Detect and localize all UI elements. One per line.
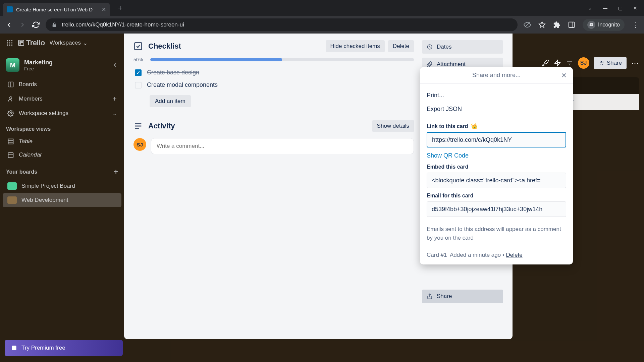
reload-icon[interactable] [32,21,40,28]
divider [427,118,566,118]
comment-input[interactable] [151,138,414,154]
back-icon[interactable] [5,21,13,28]
star-icon[interactable] [538,21,546,28]
svg-point-4 [590,24,591,26]
card-link-input[interactable] [427,132,566,147]
trello-logo-icon [18,40,24,46]
browser-titlebar: Create Home screen UI on Web D ✕ + ⌄ — ▢… [0,0,644,16]
svg-point-18 [10,113,12,114]
sidebar-item-boards[interactable]: Boards [0,78,124,91]
incognito-indicator[interactable]: Incognito [583,19,625,31]
user-avatar: SJ [133,138,146,151]
checklist-item[interactable]: Create modal components [133,79,414,91]
show-qr-link[interactable]: Show QR Code [427,152,469,159]
app-area: Trello Workspaces ⌄ M Marketing Free Boa… [0,34,644,362]
svg-point-9 [7,42,8,44]
try-premium-button[interactable]: Try Premium free [5,340,123,356]
add-member-icon[interactable]: + [112,95,117,103]
premium-icon [11,345,17,351]
sidebar-item-settings[interactable]: Workspace settings ⌄ [0,107,124,120]
incognito-eye-icon[interactable] [524,21,531,28]
boards-icon [7,81,14,88]
board-menu-icon[interactable]: ⋯ [631,59,639,67]
browser-toolbar: trello.com/c/kQq0k1NY/1-create-home-scre… [0,16,644,34]
filter-icon[interactable] [566,59,573,67]
toolbar-right: Incognito ⋮ [524,19,639,31]
incognito-label: Incognito [598,22,620,28]
email-label: Email for this card [427,193,566,199]
sidebar-board-simple[interactable]: Simple Project Board [0,179,124,193]
sidebar-board-webdev[interactable]: Web Development [3,193,121,207]
hide-checked-button[interactable]: Hide checked items [326,40,385,52]
menu-icon[interactable]: ⋮ [632,21,639,29]
progress-percent: 50% [133,57,146,62]
close-window-icon[interactable]: ✕ [633,5,637,11]
workspace-avatar: M [6,58,19,72]
address-bar[interactable]: trello.com/c/kQq0k1NY/1-create-home-scre… [46,18,518,31]
svg-point-11 [11,42,13,44]
checkbox-unchecked[interactable] [135,82,142,88]
sidepanel-icon[interactable] [568,21,575,28]
embed-label: Embed this card [427,164,566,170]
sidebar-item-members[interactable]: Members + [0,91,124,107]
delete-card-link[interactable]: Delete [506,252,523,258]
tab-dropdown-icon[interactable]: ⌄ [588,5,592,11]
close-icon[interactable]: ✕ [561,71,567,79]
maximize-icon[interactable]: ▢ [618,5,623,11]
url-text: trello.com/c/kQq0k1NY/1-create-home-scre… [62,21,184,28]
popover-title: Share and more... [472,72,521,79]
bolt-icon[interactable] [554,59,561,67]
close-tab-icon[interactable]: ✕ [102,6,106,13]
workspaces-dropdown[interactable]: Workspaces ⌄ [50,40,88,47]
svg-point-13 [9,45,10,46]
popover-footer: Card #1 Added a minute ago • Delete [427,252,566,258]
incognito-avatar-icon [587,21,595,29]
svg-rect-2 [569,22,575,28]
add-board-icon[interactable]: + [114,168,118,176]
extensions-icon[interactable] [553,21,560,28]
card-main: Checklist Hide checked items Delete 50% … [133,40,414,307]
board-share-button[interactable]: Share [594,57,627,69]
browser-tab[interactable]: Create Home screen UI on Web D ✕ [3,3,110,16]
workspace-name: Marketing [24,59,53,66]
svg-point-10 [9,42,10,44]
svg-point-6 [7,40,8,42]
svg-point-5 [591,24,593,26]
boards-heading: Your boards + [0,162,124,179]
user-avatar[interactable]: SJ [578,57,589,69]
svg-rect-24 [12,346,16,350]
rocket-icon[interactable] [542,59,549,67]
workspace-header[interactable]: M Marketing Free [0,56,124,74]
dates-button[interactable]: Dates [422,40,503,54]
collapse-sidebar-icon[interactable] [112,62,118,68]
show-details-button[interactable]: Show details [372,120,414,132]
svg-rect-22 [8,153,13,158]
svg-rect-19 [8,139,13,144]
checklist-icon [133,42,143,51]
board-color-icon [7,182,17,190]
workspace-plan: Free [24,66,53,71]
delete-checklist-button[interactable]: Delete [388,40,414,52]
trello-logo[interactable]: Trello [18,39,45,47]
new-tab-button[interactable]: + [118,4,122,12]
card-share-button[interactable]: Share [422,290,503,303]
minimize-icon[interactable]: — [603,5,607,11]
sidebar-view-table[interactable]: Table [0,135,124,148]
activity-title: Activity [148,122,175,130]
svg-point-7 [9,40,10,42]
sidebar-view-calendar[interactable]: Calendar [0,148,124,162]
chevron-down-icon: ⌄ [83,40,88,47]
app-switcher-icon[interactable] [6,39,13,47]
email-input[interactable] [427,201,566,217]
add-checklist-item-button[interactable]: Add an item [150,95,191,107]
print-option[interactable]: Print... [427,88,566,102]
export-json-option[interactable]: Export JSON [427,102,566,116]
tab-title: Create Home screen UI on Web D [16,7,98,12]
checklist-item[interactable]: Create base design [133,66,414,79]
share-icon [599,60,604,66]
divider [427,247,566,247]
checkbox-checked[interactable] [135,69,142,76]
embed-input[interactable] [427,173,566,188]
calendar-icon [7,152,14,158]
forward-icon[interactable] [19,21,26,28]
